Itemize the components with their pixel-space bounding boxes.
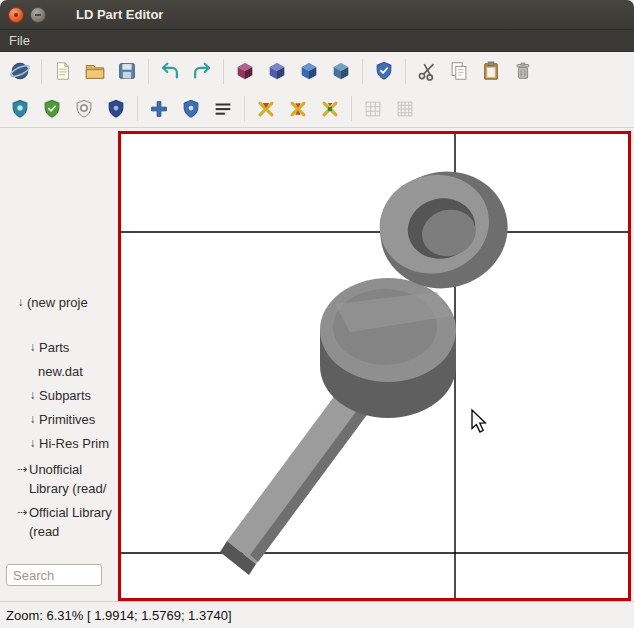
tree-item-label: Unofficial Library (read/ <box>29 460 118 498</box>
copy-button[interactable] <box>444 56 474 86</box>
toolbar-separator <box>223 59 224 84</box>
3d-viewport[interactable] <box>118 131 631 601</box>
add-plus-icon <box>148 98 170 120</box>
expand-arrow-icon: ↓ <box>14 295 27 309</box>
open-folder-icon <box>84 60 106 82</box>
grid-icon <box>362 98 384 120</box>
toolbar-separator <box>351 96 352 121</box>
vertex-merge-icon <box>255 98 277 120</box>
undo-button[interactable] <box>155 56 185 86</box>
view-mode-4-button[interactable] <box>326 56 356 86</box>
toolbar-separator <box>405 59 406 84</box>
cube-violet-icon <box>266 60 288 82</box>
vertex-snap-button[interactable] <box>315 94 345 124</box>
view-mode-2-button[interactable] <box>262 56 292 86</box>
tree-item-label: Official Library (read <box>29 503 118 541</box>
3d-canvas <box>121 134 628 598</box>
tree-item-new-dat[interactable]: new.dat <box>0 364 118 388</box>
tree-item-label: new.dat <box>38 364 83 379</box>
tool-shield-teal-button[interactable] <box>5 94 35 124</box>
sync-button[interactable] <box>5 56 35 86</box>
expand-arrow-icon: ↓ <box>26 388 39 402</box>
new-file-icon <box>52 60 74 82</box>
copy-icon <box>448 60 470 82</box>
check-part-button[interactable] <box>369 56 399 86</box>
rendered-part <box>220 158 520 575</box>
toolbar-separator <box>244 96 245 121</box>
tree-item-label: (new proje <box>27 295 88 310</box>
grid-fine-icon <box>394 98 416 120</box>
tree-item-hires-primitives[interactable]: ↓ Hi-Res Prim <box>0 436 118 460</box>
window-title: LD Part Editor <box>76 7 163 22</box>
lines-icon <box>212 98 234 120</box>
line-mode-button[interactable] <box>208 94 238 124</box>
link-arrow-icon: ⇢ <box>16 460 29 479</box>
cut-button[interactable] <box>412 56 442 86</box>
link-arrow-icon: ⇢ <box>16 503 29 522</box>
menu-file[interactable]: File <box>0 30 39 52</box>
content-area: ↓ (new proje ↓ Parts new.dat ↓ Subparts … <box>0 128 634 601</box>
zoom-status-text: Zoom: 6.31% [ 1.9914; 1.5769; 1.3740] <box>6 608 232 623</box>
tool-shield-ring-button[interactable] <box>69 94 99 124</box>
menubar: File <box>0 30 634 52</box>
project-sidebar: ↓ (new proje ↓ Parts new.dat ↓ Subparts … <box>0 128 118 601</box>
toolbar-separator <box>41 59 42 84</box>
view-mode-1-button[interactable] <box>230 56 260 86</box>
add-button[interactable] <box>144 94 174 124</box>
redo-icon <box>191 60 213 82</box>
shield-check-icon <box>373 60 395 82</box>
search-input[interactable] <box>6 564 102 586</box>
tool-shield-green-button[interactable] <box>37 94 67 124</box>
mouse-cursor-icon <box>472 410 485 432</box>
cube-blue-icon <box>298 60 320 82</box>
tree-item-unofficial-library[interactable]: ⇢ Unofficial Library (read/ <box>0 460 118 500</box>
tree-item-label: Parts <box>39 340 69 355</box>
shield-teal-icon <box>9 98 31 120</box>
vertex-merge-button[interactable] <box>251 94 281 124</box>
open-button[interactable] <box>80 56 110 86</box>
cube-maroon-icon <box>234 60 256 82</box>
expand-arrow-icon: ↓ <box>26 340 39 354</box>
tool-shield-blue-button[interactable] <box>176 94 206 124</box>
close-button[interactable] <box>8 7 24 23</box>
minimize-button[interactable] <box>30 7 46 23</box>
grid-fine-button[interactable] <box>390 94 420 124</box>
toolbar-separator <box>362 59 363 84</box>
delete-icon <box>512 60 534 82</box>
toolbar-separator <box>137 96 138 121</box>
project-tree: ↓ (new proje ↓ Parts new.dat ↓ Subparts … <box>0 295 118 546</box>
vertex-arrows-button[interactable] <box>283 94 313 124</box>
delete-button[interactable] <box>508 56 538 86</box>
new-file-button[interactable] <box>48 56 78 86</box>
toolbar-separator <box>148 59 149 84</box>
toolbar-row-1 <box>0 52 634 90</box>
cut-icon <box>416 60 438 82</box>
shield-navy-icon <box>105 98 127 120</box>
expand-arrow-icon: ↓ <box>26 412 39 426</box>
tool-shield-navy-button[interactable] <box>101 94 131 124</box>
shield-ring-icon <box>73 98 95 120</box>
shield-blue-icon <box>180 98 202 120</box>
grid-button[interactable] <box>358 94 388 124</box>
paste-icon <box>480 60 502 82</box>
tree-item-primitives[interactable]: ↓ Primitives <box>0 412 118 436</box>
titlebar: LD Part Editor <box>0 0 634 30</box>
save-button[interactable] <box>112 56 142 86</box>
tree-item-new-project[interactable]: ↓ (new proje <box>0 295 118 319</box>
paste-button[interactable] <box>476 56 506 86</box>
tree-item-official-library[interactable]: ⇢ Official Library (read <box>0 503 118 543</box>
tree-item-subparts[interactable]: ↓ Subparts <box>0 388 118 412</box>
expand-arrow-icon: ↓ <box>26 436 39 450</box>
save-icon <box>116 60 138 82</box>
redo-button[interactable] <box>187 56 217 86</box>
undo-icon <box>159 60 181 82</box>
vertex-snap-icon <box>319 98 341 120</box>
sync-globe-icon <box>9 60 31 82</box>
vertex-arrows-icon <box>287 98 309 120</box>
tree-item-label: Hi-Res Prim <box>39 436 109 451</box>
statusbar: Zoom: 6.31% [ 1.9914; 1.5769; 1.3740] <box>0 601 634 628</box>
shield-green-icon <box>41 98 63 120</box>
tree-item-label: Subparts <box>39 388 91 403</box>
view-mode-3-button[interactable] <box>294 56 324 86</box>
tree-item-parts[interactable]: ↓ Parts <box>0 340 118 364</box>
